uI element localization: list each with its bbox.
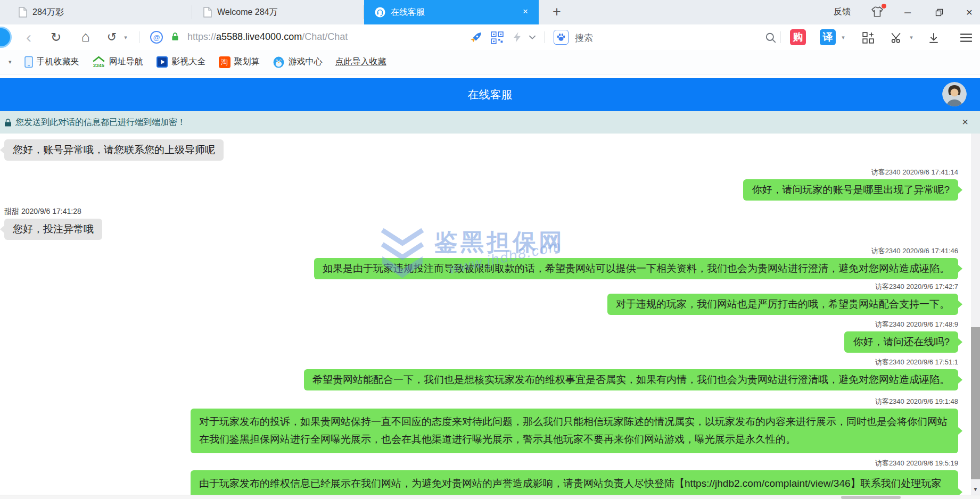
- window-close-button[interactable]: ×: [961, 5, 977, 20]
- message-text: 你好，请问玩家的账号是哪里出现了异常呢?: [752, 184, 950, 195]
- message-meta: 访客2340 2020/9/6 17:48:9: [875, 320, 958, 329]
- bookmark-label: 手机收藏夹: [37, 56, 79, 68]
- penguin-icon: [273, 56, 285, 68]
- bookmark-label: 网址导航: [109, 56, 143, 68]
- message-meta: 访客2340 2020/9/6 19:1:48: [875, 397, 958, 406]
- skin-theme-button[interactable]: [871, 6, 885, 19]
- translate-dropdown-caret[interactable]: ▾: [840, 34, 846, 40]
- message-text: 对于违规的玩家，我们网站也是严厉打击的哦，希望贵网站配合支持一下。: [616, 298, 950, 310]
- message-bubble: 您好，投注异常哦: [4, 219, 102, 240]
- back-button[interactable]: ‹: [21, 29, 36, 46]
- tab-close-icon[interactable]: ×: [520, 6, 531, 18]
- tab-label: 284万彩: [32, 7, 64, 18]
- message-meta: 访客2340 2020/9/6 17:42:7: [875, 282, 958, 292]
- notification-dot: [882, 4, 886, 9]
- qr-code-icon[interactable]: [491, 31, 504, 44]
- film-play-icon: [156, 56, 168, 68]
- avatar: [942, 82, 967, 106]
- chevron-down-icon[interactable]: [528, 34, 537, 40]
- message-text: 您好，账号异常哦，请您联系您的上级导师呢: [13, 144, 215, 155]
- bookmarks-dropdown-caret[interactable]: ▾: [9, 59, 12, 65]
- feedback-button[interactable]: 反馈: [834, 6, 851, 18]
- message-meta: 访客2340 2020/9/6 19:5:19: [875, 459, 958, 468]
- message-text: 你好，请问还在线吗?: [853, 336, 950, 347]
- shopping-badge[interactable]: 购: [790, 29, 806, 45]
- tab-284wancai[interactable]: 284万彩: [8, 0, 192, 24]
- address-bar[interactable]: https://a5588.live4000.com/Chat/Chat: [187, 31, 348, 43]
- undo-button[interactable]: ↺: [104, 29, 119, 46]
- screenshot-scissors-icon[interactable]: [890, 31, 904, 44]
- chat-message: 访客2340 2020/9/6 19:1:48 对于玩家发布的投诉，如果贵网站保…: [191, 397, 958, 453]
- bookmark-juhuasuan[interactable]: 淘 聚划算: [219, 56, 260, 68]
- notice-close-icon[interactable]: ×: [959, 115, 971, 128]
- browser-toolbar: ‹ ↻ ⌂ ↺ ▾ @ https://a5588.live4000.com/C…: [0, 24, 980, 50]
- vertical-scrollbar[interactable]: ▼: [971, 134, 980, 495]
- divider: [544, 31, 545, 43]
- scrollbar-thumb[interactable]: [971, 327, 980, 479]
- bookmark-label: 游戏中心: [289, 56, 323, 68]
- chat-message: 访客2340 2020/9/6 17:41:14 你好，请问玩家的账号是哪里出现…: [743, 168, 958, 201]
- lock-icon: [4, 118, 12, 127]
- window-minimize-button[interactable]: –: [900, 5, 916, 20]
- screenshot-dropdown-caret[interactable]: ▾: [908, 34, 915, 40]
- chat-message: 访客2340 2020/9/6 19:5:19 由于玩家发布的维权信息已经展示在…: [191, 459, 958, 495]
- message-bubble: 希望贵网站能配合一下，我们也是想核实玩家发布的维权事宜是否属实，如果有内情，我们…: [304, 369, 958, 390]
- message-meta: 甜甜 2020/9/6 17:41:28: [4, 207, 81, 217]
- divider: [780, 31, 781, 43]
- ssl-lock-icon: [170, 32, 180, 41]
- bookmark-label: 聚划算: [234, 56, 260, 68]
- message-text: 对于玩家发布的投诉，如果贵网站保持一直不回应的态度来对待此问题，那么我们只能相信…: [199, 416, 948, 445]
- chat-message: 访客2340 2020/9/6 17:51:1 希望贵网站能配合一下，我们也是想…: [304, 357, 958, 390]
- rocket-boost-icon[interactable]: [470, 31, 482, 44]
- find-in-page-icon[interactable]: [764, 31, 777, 44]
- notice-text: 您发送到此对话的信息都已进行端到端加密！: [15, 117, 186, 128]
- import-bookmarks-link[interactable]: 点此导入收藏: [335, 56, 386, 68]
- message-bubble: 你好，请问玩家的账号是哪里出现了异常呢?: [743, 179, 958, 201]
- message-bubble: 对于玩家发布的投诉，如果贵网站保持一直不回应的态度来对待此问题，那么我们只能相信…: [191, 409, 958, 453]
- window-restore-button[interactable]: [931, 5, 947, 20]
- home-button[interactable]: ⌂: [78, 28, 94, 46]
- bookmark-nav-2345[interactable]: 2345 网址导航: [92, 56, 143, 68]
- url-scheme: https://: [187, 31, 216, 42]
- chat-message: 您好，账号异常哦，请您联系您的上级导师呢: [4, 139, 224, 161]
- chat-page-header: 在线客服: [0, 78, 980, 111]
- message-text: 希望贵网站能配合一下，我们也是想核实玩家发布的维权事宜是否属实，如果有内情，我们…: [312, 374, 950, 385]
- scroll-down-arrow[interactable]: ▼: [971, 486, 980, 492]
- message-text: 由于玩家发布的维权信息已经展示在我们网站，为避免对贵网站的声誉造成影响，请贵网站…: [199, 478, 942, 495]
- refresh-button[interactable]: ↻: [48, 29, 64, 46]
- horizontal-scrollbar-thumb[interactable]: [841, 496, 901, 499]
- encryption-notice-bar: 您发送到此对话的信息都已进行端到端加密！ ×: [0, 111, 980, 134]
- bookmark-movies[interactable]: 影视大全: [156, 56, 206, 68]
- search-placeholder[interactable]: 搜索: [575, 32, 593, 44]
- new-tab-button[interactable]: +: [548, 4, 565, 21]
- site-safety-icon[interactable]: @: [150, 31, 163, 44]
- browser-logo[interactable]: [0, 27, 12, 48]
- undo-dropdown-caret[interactable]: ▾: [122, 34, 129, 40]
- message-meta: 访客2340 2020/9/6 17:41:14: [871, 168, 958, 177]
- message-text: 如果是由于玩家违规投注而导致被限制取款的话，希望贵网站可以提供一下相关资料，我们…: [323, 263, 950, 274]
- page-title: 在线客服: [0, 78, 980, 111]
- tab-welcome[interactable]: Welcome 284万: [193, 0, 364, 24]
- extensions-icon[interactable]: [861, 31, 875, 45]
- page-icon: [203, 7, 212, 18]
- message-bubble: 由于玩家发布的维权信息已经展示在我们网站，为避免对贵网站的声誉造成影响，请贵网站…: [191, 470, 958, 495]
- browser-tab-bar: 284万彩 Welcome 284万 在线客服 × + 反馈 – ×: [0, 0, 980, 24]
- download-icon[interactable]: [927, 31, 940, 45]
- divider: [139, 31, 140, 43]
- bookmark-phone-favorites[interactable]: 手机收藏夹: [24, 56, 79, 68]
- translate-badge[interactable]: 译: [820, 29, 836, 45]
- horizontal-scrollbar[interactable]: [0, 495, 980, 499]
- tab-online-service-active[interactable]: 在线客服 ×: [364, 0, 539, 24]
- message-meta: 访客2340 2020/9/6 17:51:1: [875, 357, 958, 367]
- bookmark-label: 影视大全: [172, 56, 206, 68]
- message-text: 您好，投注异常哦: [13, 223, 94, 235]
- chat-message: 访客2340 2020/9/6 17:42:7 对于违规的玩家，我们网站也是严厉…: [607, 282, 958, 315]
- lightning-icon[interactable]: [512, 31, 522, 44]
- baidu-search-icon[interactable]: [554, 30, 569, 45]
- menu-hamburger-icon[interactable]: [959, 32, 973, 43]
- bookmark-game-center[interactable]: 游戏中心: [273, 56, 323, 68]
- url-path: /Chat/Chat: [302, 31, 348, 42]
- chat-message: 访客2340 2020/9/6 17:48:9 你好，请问还在线吗?: [844, 320, 958, 353]
- chat-area: 您好，账号异常哦，请您联系您的上级导师呢 访客2340 2020/9/6 17:…: [0, 134, 971, 495]
- message-bubble: 对于违规的玩家，我们网站也是严厉打击的哦，希望贵网站配合支持一下。: [607, 294, 958, 315]
